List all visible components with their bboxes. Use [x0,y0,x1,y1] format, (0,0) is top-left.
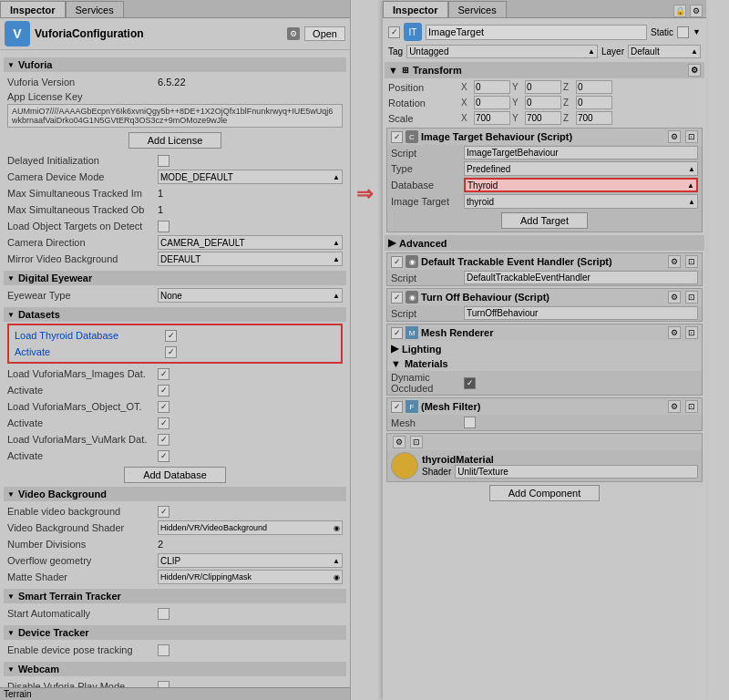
material-more[interactable]: ⊡ [410,436,423,448]
tob-settings[interactable]: ⚙ [668,291,681,304]
right-tab-bar: Inspector Services 🔒 ⚙ [383,0,706,18]
shader-input[interactable] [455,465,698,479]
object-active-checkbox[interactable] [388,26,400,38]
camera-direction-arrow: ▲ [333,239,340,247]
itb-database-arrow: ▲ [687,181,694,190]
position-row: Position X Y Z [385,79,704,95]
dropdown-arrow-static[interactable]: ▼ [693,27,701,36]
camera-direction-dropdown[interactable]: CAMERA_DEFAULT ▲ [158,235,343,250]
scale-y-input[interactable] [525,111,561,125]
image-target-behaviour-section: C Image Target Behaviour (Script) ⚙ ⊡ Sc… [386,128,703,232]
mr-more[interactable]: ⊡ [685,326,698,339]
matte-shader-row: Matte Shader Hidden/VR/ClippingMask ◉ [4,569,346,585]
overflow-geometry-arrow: ▲ [333,557,340,565]
dte-more[interactable]: ⊡ [685,255,698,268]
layer-dropdown[interactable]: Default ▲ [628,45,701,58]
itb-image-target-row: Image Target thyroid ▲ [387,193,702,210]
mf-more[interactable]: ⊡ [685,400,698,413]
mr-settings[interactable]: ⚙ [668,326,681,339]
object-name-input[interactable] [426,25,647,40]
pos-z-input[interactable] [576,80,612,94]
itb-type-dropdown[interactable]: Predefined ▲ [464,161,698,176]
load-mars-images-checkbox[interactable] [158,368,169,380]
settings-icon-left[interactable]: ⚙ [287,27,300,40]
rot-y-input[interactable] [525,96,561,109]
add-component-button[interactable]: Add Component [489,485,601,501]
itb-script-input[interactable] [464,146,698,160]
load-mars-object-checkbox[interactable] [158,401,169,413]
itb-settings[interactable]: ⚙ [668,130,681,143]
matte-shader-arrow: ◉ [334,573,340,582]
scale-x-input[interactable] [474,111,510,125]
enable-pose-checkbox[interactable] [158,644,169,656]
delayed-init-checkbox[interactable] [158,155,169,167]
rotation-inputs: X Y Z [461,96,701,109]
scale-z-input[interactable] [576,111,612,125]
mirror-video-dropdown[interactable]: DEFAULT ▲ [158,252,343,266]
left-panel-header: V VuforiaConfiguration ⚙ Open [0,18,350,50]
add-database-button[interactable]: Add Database [124,467,226,483]
itb-database-dropdown[interactable]: Thyroid ▲ [464,178,698,192]
pos-x-input[interactable] [474,80,510,94]
activate-mars-images-checkbox[interactable] [158,385,169,396]
lock-icon[interactable]: 🔒 [673,5,686,17]
material-settings[interactable]: ⚙ [393,436,406,448]
eyewear-type-dropdown[interactable]: None ▲ [158,288,343,303]
tab-services-left[interactable]: Services [66,1,124,17]
mf-checkbox[interactable] [391,401,403,413]
matte-shader-dropdown[interactable]: Hidden/VR/ClippingMask ◉ [158,570,343,584]
start-auto-checkbox[interactable] [158,608,169,620]
section-vuforia: ▼ Vuforia [4,57,346,72]
rot-z-input[interactable] [576,96,612,109]
start-auto-row: Start Automatically [4,605,346,622]
section-lighting: ▶ Lighting [387,341,702,356]
activate-thyroid-checkbox[interactable] [165,346,177,358]
section-datasets: ▼ Datasets [4,307,346,322]
number-divisions-row: Number Divisions 2 [4,536,346,552]
itb-checkbox[interactable] [391,131,403,143]
tag-dropdown[interactable]: Untagged ▲ [406,45,598,58]
camera-mode-dropdown[interactable]: MODE_DEFAULT ▲ [158,170,343,184]
overflow-geometry-dropdown[interactable]: CLIP ▲ [158,553,343,568]
tab-inspector-left[interactable]: Inspector [0,1,66,17]
tob-more[interactable]: ⊡ [685,291,698,304]
itb-image-target-dropdown[interactable]: thyroid ▲ [464,194,698,209]
static-checkbox[interactable] [677,26,689,38]
load-mars-vumark-checkbox[interactable] [158,434,169,446]
dte-script-input[interactable] [464,271,698,284]
scale-inputs: X Y Z [461,111,701,125]
transform-settings[interactable]: ⚙ [688,64,701,77]
load-thyroid-row: Load Thyroid Database [11,327,339,344]
enable-video-checkbox[interactable] [158,506,169,518]
activate-mars-vumark-checkbox[interactable] [158,450,169,462]
load-thyroid-checkbox[interactable] [165,330,177,342]
itb-type-row: Type Predefined ▲ [387,160,702,177]
section-digital-eyewear: ▼ Digital Eyewear [4,271,346,285]
pos-y-input[interactable] [525,80,561,94]
section-webcam: ▼ Webcam [4,662,346,676]
video-shader-dropdown[interactable]: Hidden/VR/VideoBackground ◉ [158,520,343,535]
open-button[interactable]: Open [304,26,345,41]
mesh-renderer-icon: M [406,326,418,339]
tab-inspector-right[interactable]: Inspector [383,1,448,17]
activate-mars-object-checkbox[interactable] [158,417,169,429]
disable-play-mode-checkbox[interactable] [158,681,169,688]
tob-script-input[interactable] [464,306,698,320]
tab-services-right[interactable]: Services [448,1,507,17]
add-license-button[interactable]: Add License [128,132,222,149]
mesh-value-box[interactable] [464,417,476,428]
itb-more[interactable]: ⊡ [685,130,698,143]
triangle-advanced: ▶ [388,237,395,249]
dynamic-occluded-toggle[interactable] [464,377,476,389]
tob-checkbox[interactable] [391,292,403,304]
rot-x-input[interactable] [474,96,510,109]
tob-icon: ◉ [406,291,418,304]
load-object-targets-checkbox[interactable] [158,221,169,232]
dte-checkbox[interactable] [391,256,403,268]
dte-settings[interactable]: ⚙ [668,255,681,268]
mf-settings[interactable]: ⚙ [668,400,681,413]
settings-icon-right[interactable]: ⚙ [690,5,703,17]
itb-image-target-arrow: ▲ [688,198,695,206]
mr-checkbox[interactable] [391,327,403,339]
add-target-button[interactable]: Add Target [501,212,588,229]
